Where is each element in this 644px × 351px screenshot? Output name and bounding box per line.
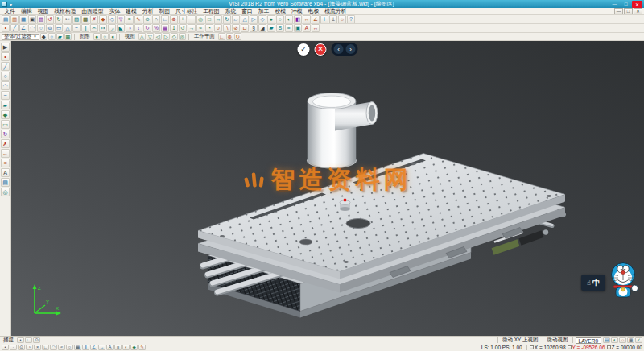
redo-icon[interactable]: ↻ <box>55 15 63 23</box>
ortho-mode-icon[interactable]: ∟ <box>161 15 169 23</box>
workplane-origin-icon[interactable]: ⊕ <box>226 33 233 40</box>
hole-icon[interactable]: ⊘ <box>232 24 240 32</box>
menu-item[interactable]: 线框构造 <box>52 7 79 15</box>
mirror-icon[interactable]: ◑ <box>126 24 134 32</box>
workplane-xy-icon[interactable]: ∟ <box>218 33 225 40</box>
apply-icon[interactable]: ✓ <box>635 337 642 343</box>
view-isometric-icon[interactable]: ◇ <box>171 33 178 40</box>
center-snap-icon[interactable]: ⊙ <box>18 345 25 350</box>
menu-item[interactable]: 编辑 <box>19 7 35 15</box>
measure-angle-icon[interactable]: ∠ <box>312 15 320 23</box>
pan-icon[interactable]: ↔ <box>214 15 222 23</box>
menu-item[interactable]: 实体 <box>106 7 123 15</box>
view-left-icon[interactable]: ◁ <box>155 33 162 40</box>
dimension-icon[interactable]: ↔ <box>312 24 320 32</box>
draft-icon[interactable]: ◢ <box>258 24 266 32</box>
delete-icon[interactable]: ✗ <box>90 15 98 23</box>
light-toggle-icon[interactable]: ☼ <box>619 337 626 343</box>
revolve-icon[interactable]: ↺ <box>179 24 187 32</box>
pocket-icon[interactable]: ⊔ <box>241 24 249 32</box>
zoom-in-icon[interactable]: + <box>179 15 187 23</box>
options-icon[interactable]: ☼ <box>338 15 346 23</box>
menu-item[interactable]: 模流分析 <box>322 7 349 15</box>
wireframe-mode-icon[interactable]: ○ <box>101 33 109 40</box>
view-top-icon[interactable]: ▱ <box>232 15 240 23</box>
thread-icon[interactable]: § <box>250 24 258 32</box>
menu-item[interactable]: 分析 <box>139 7 156 15</box>
filter-solid-icon[interactable]: ▦ <box>64 33 72 40</box>
thicken-icon[interactable]: ▣ <box>294 24 302 32</box>
workplane-rotate-icon[interactable]: ↻ <box>234 33 242 40</box>
zoom-window-icon[interactable]: □ <box>205 15 213 23</box>
hidden-line-icon[interactable]: ◐ <box>285 15 293 23</box>
close-button[interactable]: ✕ <box>632 1 642 8</box>
open-file-icon[interactable]: ▥ <box>10 15 19 23</box>
shaded-view-icon[interactable]: ● <box>267 15 275 23</box>
polygon-icon[interactable]: △ <box>64 24 72 32</box>
solid-tool-icon[interactable]: ◆ <box>1 110 10 119</box>
union-icon[interactable]: ∪ <box>214 24 222 32</box>
stitch-icon[interactable]: ≡ <box>285 24 293 32</box>
current-layer-field[interactable]: LAYER0 <box>576 337 601 344</box>
endpoint-snap-icon[interactable]: • <box>2 345 9 350</box>
shell-icon[interactable]: ◔ <box>205 24 213 32</box>
surface-icon[interactable]: ▰ <box>267 24 275 32</box>
grid-snap-icon[interactable]: ▦ <box>74 345 81 350</box>
intersection-snap-icon[interactable]: × <box>34 345 41 350</box>
layer-manager-icon[interactable]: ≡ <box>126 15 134 23</box>
view-front-icon[interactable]: △ <box>138 33 146 40</box>
surface-tool-icon[interactable]: ▰ <box>1 101 10 109</box>
loft-icon[interactable]: ≈ <box>196 24 204 32</box>
mdi-restore-button[interactable]: □ <box>624 8 633 14</box>
quadrant-snap-icon[interactable]: ◔ <box>26 345 33 350</box>
copy-icon[interactable]: ▨ <box>72 15 80 23</box>
prev-view-button[interactable]: ‹ <box>334 44 344 54</box>
menu-item[interactable]: 工程图 <box>200 7 222 15</box>
move-icon[interactable]: ↕ <box>134 24 142 32</box>
calculator-icon[interactable]: ± <box>329 15 337 23</box>
selection-filter-icon[interactable]: ▽ <box>117 15 125 23</box>
subtract-icon[interactable]: ∖ <box>223 24 231 32</box>
ime-indicator[interactable]: ☝ 中 <box>581 275 605 291</box>
print-icon[interactable]: ▣ <box>28 15 36 23</box>
grid-snap-icon[interactable]: ∴ <box>152 15 160 23</box>
tangent-snap-icon[interactable]: ◠ <box>50 345 57 350</box>
filter-wireframe-icon[interactable]: ○ <box>48 33 56 40</box>
menu-item[interactable]: 系统 <box>222 7 239 15</box>
text-icon[interactable]: A <box>303 24 311 32</box>
transform-tool-icon[interactable]: ↻ <box>1 130 10 138</box>
snap-point-icon[interactable]: • <box>17 337 24 343</box>
cut-icon[interactable]: ✂ <box>64 15 72 23</box>
point-snap-icon[interactable]: ⊙ <box>143 15 151 23</box>
views-tool-icon[interactable]: ◎ <box>1 188 10 196</box>
active-view-field[interactable]: 微动视图 <box>546 337 570 344</box>
select-arrow-icon[interactable]: ▶ <box>1 43 10 52</box>
zoom-out-icon[interactable]: − <box>188 15 196 23</box>
ortho-toggle-icon[interactable]: ∥ <box>82 345 89 350</box>
arc-icon[interactable]: ◠ <box>28 24 36 32</box>
tracking-toggle-icon[interactable]: → <box>98 345 105 350</box>
zoom-fit-icon[interactable]: ◎ <box>196 15 204 23</box>
select-window-icon[interactable]: ◇ <box>108 15 116 23</box>
annotation-icon[interactable]: ✎ <box>138 345 146 350</box>
maximize-button[interactable]: □ <box>621 1 631 8</box>
trim-icon[interactable]: ✂ <box>90 24 98 32</box>
shade-toggle-icon[interactable]: ◐ <box>611 337 618 343</box>
wireframe-view-icon[interactable]: ○ <box>276 15 284 23</box>
shaded-mode-icon[interactable]: ● <box>93 33 101 40</box>
confirm-cancel-button[interactable]: ✕ <box>315 43 327 56</box>
undo-icon[interactable]: ↺ <box>46 15 54 23</box>
arc-tool-icon[interactable]: ◠ <box>1 81 10 90</box>
menu-item[interactable]: 制图 <box>156 7 173 15</box>
node-snap-icon[interactable]: ○ <box>66 345 73 350</box>
layers-tool-icon[interactable]: ▤ <box>1 178 10 187</box>
select-icon[interactable]: ◆ <box>99 15 107 23</box>
menu-item[interactable]: 电极 <box>305 7 322 15</box>
help-icon[interactable]: ? <box>347 15 355 23</box>
view-right-icon[interactable]: ▷ <box>163 33 170 40</box>
mdi-minimize-button[interactable]: — <box>614 8 623 14</box>
view-iso-icon[interactable]: ◇ <box>258 15 266 23</box>
menu-item[interactable]: 文件 <box>2 7 19 15</box>
quick-access-menu-icon[interactable]: ▾ <box>10 2 12 7</box>
filter-all-icon[interactable]: ◆ <box>40 33 47 40</box>
